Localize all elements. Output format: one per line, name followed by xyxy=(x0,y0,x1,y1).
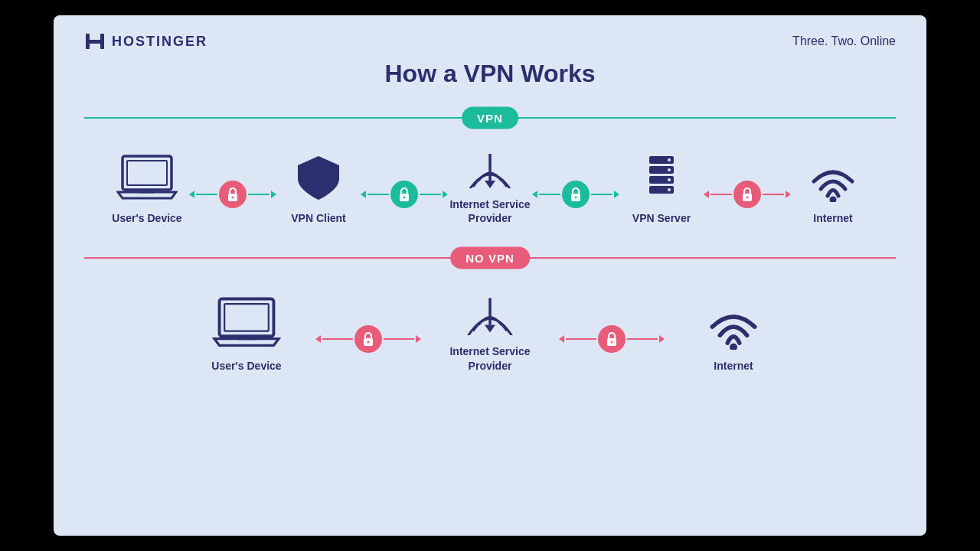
novpn-label: NO VPN xyxy=(450,247,530,269)
node-vpn-server: VPN Server xyxy=(619,152,704,225)
arrowhead-left-4 xyxy=(704,191,709,198)
svg-rect-2 xyxy=(100,34,104,49)
hostinger-logo-icon xyxy=(84,31,106,52)
svg-point-13 xyxy=(575,197,577,199)
arrow-lock-2-vpn xyxy=(361,181,448,208)
arrowhead-left-3 xyxy=(532,191,537,198)
page-title: How a VPN Works xyxy=(84,60,896,88)
arrow-lock-2-novpn xyxy=(559,325,665,353)
novpn-divider-row: NO VPN xyxy=(84,243,896,272)
arrowhead-right-1 xyxy=(271,191,276,198)
logo-text: HOSTINGER xyxy=(112,34,207,50)
lock-circle-novpn-1 xyxy=(354,325,382,353)
svg-point-9 xyxy=(403,197,406,199)
node-internet-vpn: Internet xyxy=(791,152,875,225)
server-icon-vpn xyxy=(639,152,684,202)
arrowhead-right-novpn-1 xyxy=(416,335,421,343)
arrow-line-left-4 xyxy=(710,194,732,195)
svg-point-23 xyxy=(746,197,749,199)
arrowhead-left-1 xyxy=(189,191,194,198)
label-vpn-server: VPN Server xyxy=(632,211,691,225)
lock-circle-novpn-2 xyxy=(598,325,626,353)
svg-marker-31 xyxy=(485,325,495,333)
wifi-icon-vpn xyxy=(799,152,867,202)
arrow-lock-3-vpn xyxy=(532,181,619,208)
arrow-lock-4-vpn xyxy=(704,181,791,208)
arrowhead-right-3 xyxy=(614,191,619,198)
arrowhead-right-4 xyxy=(786,191,791,198)
arrow-line-right-3 xyxy=(591,194,612,195)
svg-rect-4 xyxy=(127,161,167,185)
label-users-device-novpn: User's Device xyxy=(211,359,281,373)
wifi-icon-novpn xyxy=(695,295,772,350)
svg-rect-26 xyxy=(224,304,269,331)
svg-point-19 xyxy=(668,168,671,171)
label-isp-vpn: Internet ServiceProvider xyxy=(449,197,530,225)
arrowhead-left-novpn-1 xyxy=(315,335,321,343)
broadcast-icon-novpn xyxy=(459,280,521,335)
arrow-line-right-1 xyxy=(248,194,270,195)
node-vpn-client: VPN Client xyxy=(276,152,361,225)
arrow-line-left-2 xyxy=(368,194,389,195)
lock-circle-3 xyxy=(562,181,590,208)
svg-marker-11 xyxy=(485,181,495,188)
laptop-icon-vpn xyxy=(116,152,178,202)
header: HOSTINGER Three. Two. Online xyxy=(84,31,896,52)
main-container: HOSTINGER Three. Two. Online How a VPN W… xyxy=(54,15,926,536)
svg-point-21 xyxy=(668,188,671,191)
arrowhead-right-novpn-2 xyxy=(659,335,665,343)
label-internet-novpn: Internet xyxy=(714,359,753,373)
logo: HOSTINGER xyxy=(84,31,207,52)
arrow-lock-1-vpn xyxy=(189,181,276,208)
arrow-line-right-4 xyxy=(763,194,784,195)
node-users-device-vpn: User's Device xyxy=(105,152,189,225)
arrowhead-left-novpn-2 xyxy=(559,335,564,343)
broadcast-icon-vpn xyxy=(459,139,521,188)
node-isp-novpn: Internet ServiceProvider xyxy=(436,280,544,372)
label-internet-vpn: Internet xyxy=(813,211,852,225)
svg-point-18 xyxy=(668,158,671,161)
arrow-lock-1-novpn xyxy=(315,325,421,353)
label-users-device-vpn: User's Device xyxy=(112,211,181,225)
label-isp-novpn: Internet ServiceProvider xyxy=(449,344,530,372)
tagline: Three. Two. Online xyxy=(792,34,896,48)
svg-point-29 xyxy=(368,341,370,343)
vpn-divider-row: VPN xyxy=(84,103,896,132)
novpn-nodes-row: User's Device xyxy=(84,280,896,372)
node-isp-vpn: Internet ServiceProvider xyxy=(448,139,532,225)
arrowhead-left-2 xyxy=(361,191,366,198)
arrow-line-left-novpn-1 xyxy=(322,338,353,340)
label-vpn-client: VPN Client xyxy=(291,211,346,225)
arrow-line-right-2 xyxy=(420,194,441,195)
arrow-line-right-novpn-2 xyxy=(627,338,658,340)
svg-point-24 xyxy=(830,197,837,203)
node-users-device-novpn: User's Device xyxy=(193,295,300,373)
svg-point-7 xyxy=(232,197,234,199)
node-internet-novpn: Internet xyxy=(680,295,787,373)
lock-circle-2 xyxy=(390,181,418,208)
svg-point-20 xyxy=(668,178,671,181)
vpn-label: VPN xyxy=(462,107,518,129)
arrow-line-right-novpn-1 xyxy=(384,338,414,340)
arrow-line-left-novpn-2 xyxy=(566,338,596,340)
shield-icon-vpn xyxy=(292,152,345,202)
lock-circle-4 xyxy=(733,181,761,208)
svg-point-34 xyxy=(730,343,737,349)
arrow-line-left-3 xyxy=(539,194,560,195)
arrow-line-left-1 xyxy=(196,194,217,195)
laptop-icon-novpn xyxy=(212,295,281,350)
arrowhead-right-2 xyxy=(443,191,448,198)
vpn-nodes-row: User's Device VPN Client xyxy=(84,139,896,225)
lock-circle-1 xyxy=(219,181,247,208)
svg-point-33 xyxy=(611,341,613,343)
